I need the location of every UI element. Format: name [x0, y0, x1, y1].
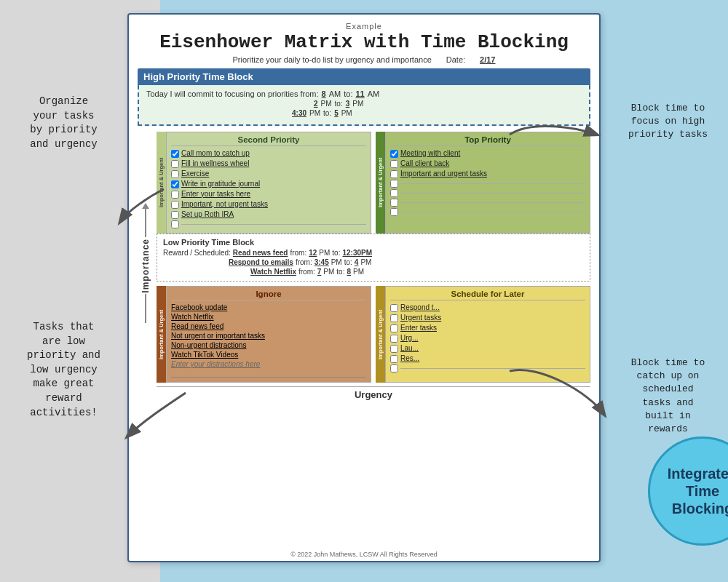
matrix-section: Importance Important & Urgent Second Pri…: [138, 132, 590, 400]
second-priority-wrapper: Important & Urgent Second Priority Call …: [157, 132, 371, 234]
sp-item-2: Fill in wellness wheel: [171, 159, 366, 168]
sl-cb-2[interactable]: [390, 314, 398, 322]
annotation-right-bottom: Block time to catch up on scheduled task…: [612, 356, 724, 436]
tp-label-1: Meeting with client: [400, 149, 460, 157]
second-priority-quadrant: Second Priority Call mom to catch up Fil…: [166, 132, 371, 234]
reward-label: Reward / Scheduled:: [163, 249, 231, 257]
sp-cb-2[interactable]: [171, 160, 179, 168]
tp-item-2: Call client back: [390, 159, 585, 168]
tp-item-7: [390, 208, 585, 216]
sp-label-1: Call mom to catch up: [181, 149, 250, 157]
sl-cb-5[interactable]: [390, 345, 398, 353]
sl-label-1: Respond t...: [400, 303, 440, 311]
importance-label: Importance: [141, 239, 151, 293]
copyright-text: © 2022 John Mathews, LCSW All Rights Res…: [129, 551, 599, 558]
sp-cb-5[interactable]: [171, 191, 179, 199]
commit-text: Today I will commit to focusing on prior…: [146, 89, 582, 98]
circle-line3: Blocking: [672, 500, 728, 517]
sp-cb-4[interactable]: [171, 180, 179, 188]
sp-label-4: Write in gratitude journal: [181, 180, 260, 188]
sp-item-8: [171, 220, 366, 228]
sp-item-7: Set up Roth IRA: [171, 210, 366, 219]
sl-cb-4[interactable]: [390, 335, 398, 343]
ignore-quadrant: Ignore Facebook update Watch Netflix Rea…: [166, 286, 371, 383]
top-priority-header: Top Priority: [390, 135, 585, 146]
tp-cb-6[interactable]: [390, 199, 398, 207]
sl-item-5: Lau...: [390, 344, 585, 353]
low-priority-title: Low Priority Time Block: [163, 238, 584, 247]
schedule-wrapper: Important & Urgent Schedule for Later Re…: [376, 286, 590, 383]
sp-cb-6[interactable]: [171, 201, 179, 209]
tp-cb-2[interactable]: [390, 160, 398, 168]
ignore-item-7: Enter your distractions here: [171, 360, 366, 368]
sl-item-2: Urgent tasks: [390, 314, 585, 322]
circle-line2: Time: [686, 482, 719, 500]
sp-label-5: Enter your tasks here: [181, 190, 250, 198]
second-priority-side-label: Important & Urgent: [157, 132, 166, 234]
sl-item-6: Res...: [390, 354, 585, 363]
main-title: Eisenhower Matrix with Time Blocking: [138, 32, 590, 53]
sl-item-4: Urg...: [390, 334, 585, 343]
low-time-row-3: Watch Netflix from: 7 PM to: 8 PM: [163, 268, 584, 276]
sl-label-6: Res...: [400, 354, 419, 362]
ignore-item-6: Watch TikTok Videos: [171, 351, 366, 359]
high-priority-content: Today I will commit to focusing on prior…: [138, 85, 590, 126]
date-value: 2/17: [480, 55, 495, 64]
low-priority-block: Low Priority Time Block Reward / Schedul…: [157, 234, 590, 282]
sl-cb-7[interactable]: [390, 364, 398, 372]
low-time-row-2: Respond to emails from: 3:45 PM to: 4 PM: [163, 258, 584, 266]
schedule-side-label: Important & Urgent: [376, 286, 385, 383]
main-paper: Example Eisenhower Matrix with Time Bloc…: [127, 13, 601, 562]
tp-label-3: Important and urgent tasks: [400, 170, 487, 178]
task-1: Read news feed: [233, 249, 288, 257]
sp-item-5: Enter your tasks here: [171, 190, 366, 199]
time-row-2: 2 PM to: 3 PM: [314, 100, 582, 108]
sp-label-2: Fill in wellness wheel: [181, 159, 249, 167]
sp-item-6: Important, not urgent tasks: [171, 200, 366, 209]
sl-cb-1[interactable]: [390, 304, 398, 312]
tp-cb-5[interactable]: [390, 189, 398, 197]
time-row-3: 4:30 PM to: 5 PM: [292, 109, 582, 117]
tp-cb-3[interactable]: [390, 170, 398, 178]
top-priority-quadrant: Top Priority Meeting with client Call cl…: [385, 132, 590, 234]
high-priority-title: High Priority Time Block: [138, 68, 590, 85]
sp-item-1: Call mom to catch up: [171, 149, 366, 158]
top-priority-wrapper: Important & Urgent Top Priority Meeting …: [376, 132, 590, 234]
sp-cb-1[interactable]: [171, 150, 179, 158]
sp-cb-7[interactable]: [171, 211, 179, 219]
second-priority-header: Second Priority: [171, 135, 366, 146]
annotation-right-top: Block time to focus on high priority tas…: [612, 102, 724, 142]
ignore-item-3: Read news feed: [171, 322, 366, 330]
tp-cb-1[interactable]: [390, 150, 398, 158]
sp-cb-8[interactable]: [171, 220, 179, 228]
date-label: Date:: [446, 55, 465, 64]
low-time-row-1: Reward / Scheduled: Read news feed from:…: [163, 249, 584, 257]
annotation-left-bottom: Tasks that are low priority and low urge…: [7, 320, 120, 420]
sl-label-4: Urg...: [400, 334, 418, 342]
importance-line-down: [145, 294, 146, 323]
tp-item-3: Important and urgent tasks: [390, 170, 585, 178]
task-2: Respond to emails: [229, 258, 293, 266]
ignore-wrapper: Important & Urgent Ignore Facebook updat…: [157, 286, 371, 383]
schedule-header: Schedule for Later: [390, 290, 585, 300]
sl-label-2: Urgent tasks: [400, 314, 441, 322]
sp-label-6: Important, not urgent tasks: [181, 200, 268, 208]
sl-item-3: Enter tasks: [390, 324, 585, 332]
ignore-side-label: Important & Urgent: [157, 286, 166, 383]
urgency-label: Urgency: [157, 386, 590, 400]
tp-item-6: [390, 199, 585, 207]
tp-label-2: Call client back: [400, 159, 449, 167]
sl-label-3: Enter tasks: [400, 324, 437, 332]
bottom-quadrants: Important & Urgent Ignore Facebook updat…: [157, 286, 590, 383]
sl-cb-3[interactable]: [390, 324, 398, 332]
ignore-item-1: Facebook update: [171, 303, 366, 311]
sl-cb-6[interactable]: [390, 355, 398, 363]
tp-cb-4[interactable]: [390, 180, 398, 188]
subtitle-row: Prioritize your daily to-do list by urge…: [138, 55, 590, 64]
tp-cb-7[interactable]: [390, 208, 398, 216]
sp-cb-3[interactable]: [171, 170, 179, 178]
circle-overlay: Integrated Time Blocking: [648, 436, 728, 546]
sp-label-3: Exercise: [181, 170, 209, 178]
circle-line1: Integrated: [668, 465, 728, 482]
ignore-empty: [171, 368, 366, 378]
